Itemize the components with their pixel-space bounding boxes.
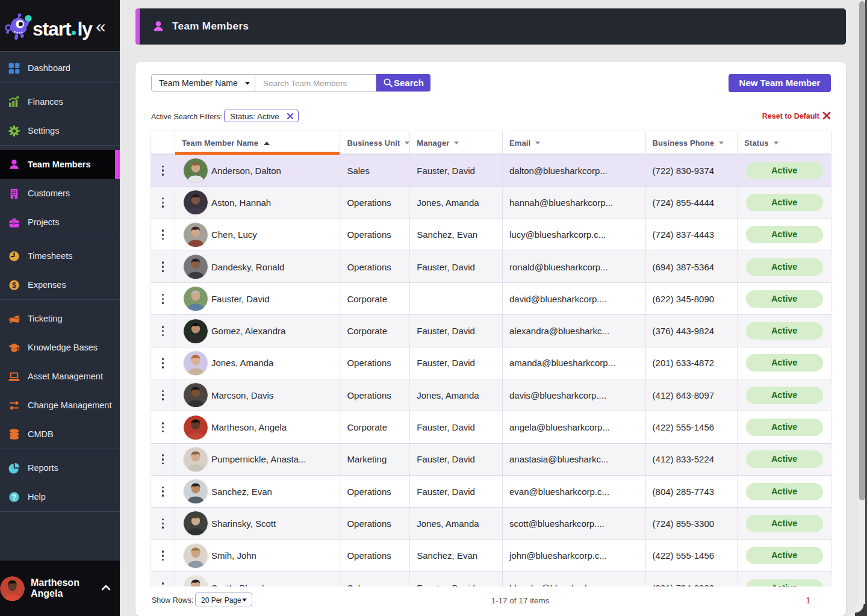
svg-text:?: ? [12, 493, 16, 502]
svg-text:$: $ [12, 281, 16, 289]
